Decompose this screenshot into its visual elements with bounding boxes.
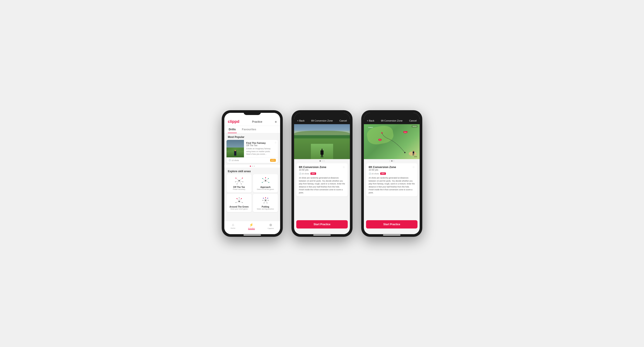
nav-capture[interactable]: ⊕ Capture <box>268 223 274 230</box>
cancel-button[interactable]: Cancel <box>340 119 347 122</box>
phones-container: clippd Practice ≡ Drills Favourites Most… <box>222 110 422 237</box>
home-icon: ⌂ <box>232 223 234 227</box>
dot-2 <box>322 160 323 162</box>
activities-icon: ⚡ <box>249 223 254 227</box>
svg-point-48 <box>264 203 264 203</box>
approach-icon <box>260 176 271 185</box>
most-popular-label: Most Popular <box>224 133 280 140</box>
shots-count: 20 shots <box>302 173 309 175</box>
shots-info: 🕐 20 shots <box>299 173 309 175</box>
skill-putting-title: Putting <box>262 206 269 208</box>
skill-around-green[interactable]: Around The Green Hone your short game <box>226 194 252 212</box>
svg-line-28 <box>239 201 242 203</box>
svg-point-43 <box>265 197 266 198</box>
capture-icon: ⊕ <box>269 223 272 227</box>
golf-course-map: ROUGH FAIRWAY SAND Miss Hit <box>364 124 420 159</box>
svg-line-1 <box>236 178 239 181</box>
favourite-icon[interactable]: ☆ <box>274 141 277 144</box>
nav-home-label: Home <box>231 227 235 229</box>
featured-card-desc: Create an imaginary fairway using trees … <box>246 147 276 156</box>
drill-range-3: 10-50 yds <box>369 169 396 171</box>
shots-label: 🕐 10 shots <box>229 159 239 162</box>
bottom-spacer-3 <box>364 230 420 234</box>
home-indicator-1 <box>244 235 261 235</box>
svg-point-50 <box>404 152 406 153</box>
drill-range: 10-50 yds <box>299 169 326 171</box>
dot-2-p3 <box>391 160 392 162</box>
phone-3-screen: < Back 6ft Conversion Zone Cancel ROUGH … <box>364 113 420 234</box>
svg-line-25 <box>237 199 239 201</box>
drill-info-card-3: 6ft Conversion Zone 10-50 yds ☆ 🕐 20 sho… <box>366 163 418 196</box>
svg-line-17 <box>266 181 269 182</box>
skill-atg-title: Around The Green <box>230 206 249 208</box>
drill-image-photo <box>294 124 350 159</box>
featured-card-title: Find The Fairway <box>246 142 276 144</box>
start-practice-button-3[interactable]: Start Practice <box>366 220 418 228</box>
svg-point-8 <box>242 178 243 179</box>
svg-line-41 <box>264 200 266 203</box>
phone-2-screen: < Back 6ft Conversion Zone Cancel <box>294 113 350 234</box>
shots-info-3: 🕐 20 shots <box>369 173 379 175</box>
tab-drills[interactable]: Drills <box>228 126 237 133</box>
arg-badge-3: ARG <box>380 172 386 175</box>
dot-3 <box>324 160 324 162</box>
svg-point-32 <box>236 202 236 203</box>
skill-ott-desc: Power accuracy <box>233 188 245 190</box>
bottom-navigation: ⌂ Home ⚡ Activities ⊕ Capture <box>224 221 280 234</box>
tab-favourites[interactable]: Favourites <box>241 126 257 133</box>
svg-point-22 <box>268 182 269 183</box>
nav-activities-label: Activities <box>248 227 255 230</box>
drill-title-3: 6ft Conversion Zone <box>369 165 396 169</box>
drill-title-row: 6ft Conversion Zone 10-50 yds ☆ <box>299 165 345 172</box>
shots-count: 10 shots <box>232 159 239 162</box>
drill-title-group: 6ft Conversion Zone 10-50 yds <box>299 165 326 172</box>
svg-line-42 <box>266 200 267 203</box>
tabs-bar: Drills Favourites <box>224 126 280 133</box>
phone-1-notch <box>244 110 261 115</box>
ott-badge: OTT <box>270 159 276 162</box>
start-practice-button[interactable]: Start Practice <box>296 220 348 228</box>
putting-icon <box>260 196 271 205</box>
header-title: Practice <box>252 120 262 123</box>
drill-meta-3: 🕐 20 shots ARG <box>369 172 415 175</box>
svg-point-47 <box>268 200 269 201</box>
svg-point-7 <box>236 178 236 179</box>
svg-point-10 <box>242 181 243 182</box>
dot-1 <box>250 166 251 167</box>
featured-drill-card[interactable]: ☆ Find The Fairway Off The Tee Create an… <box>226 140 278 163</box>
menu-icon[interactable]: ≡ <box>275 120 277 124</box>
svg-point-23 <box>265 177 266 178</box>
phone-1-screen: clippd Practice ≡ Drills Favourites Most… <box>224 113 280 234</box>
drill-title-group-3: 6ft Conversion Zone 10-50 yds <box>369 165 396 172</box>
skill-off-the-tee[interactable]: Off The Tee Power accuracy <box>226 174 252 192</box>
svg-point-30 <box>236 198 238 199</box>
drill-title-row-3: 6ft Conversion Zone 10-50 yds ☆ <box>369 165 415 172</box>
bottom-spacer <box>294 230 350 234</box>
svg-point-31 <box>241 198 242 199</box>
svg-point-49 <box>267 203 268 203</box>
shots-count-3: 20 shots <box>372 173 379 175</box>
svg-line-38 <box>266 198 268 200</box>
svg-line-27 <box>236 201 239 203</box>
drill-header-title: 6ft Conversion Zone <box>311 119 333 122</box>
back-button[interactable]: < Back <box>297 119 304 122</box>
dot-1 <box>320 160 321 162</box>
skill-approach-desc: Dial-in to hit the green <box>257 188 274 190</box>
svg-point-51 <box>381 132 382 134</box>
favourite-icon-2[interactable]: ☆ <box>342 165 345 169</box>
nav-home[interactable]: ⌂ Home <box>231 223 235 230</box>
svg-point-12 <box>241 184 242 184</box>
favourite-icon-3[interactable]: ☆ <box>412 165 415 169</box>
dot-1-p3 <box>389 160 390 162</box>
dot-2 <box>252 166 253 167</box>
arg-badge: ARG <box>310 172 316 175</box>
back-button-3[interactable]: < Back <box>367 119 374 122</box>
off-the-tee-icon <box>234 176 244 185</box>
skill-putting[interactable]: Putting Make and lag practice <box>253 194 278 212</box>
skill-approach[interactable]: Approach Dial-in to hit the green <box>253 174 278 192</box>
clock-icon: 🕐 <box>299 173 301 175</box>
cancel-button-3[interactable]: Cancel <box>409 119 416 122</box>
drill-meta: 🕐 20 shots ARG <box>299 172 345 175</box>
app-logo: clippd <box>228 119 239 124</box>
nav-activities[interactable]: ⚡ Activities <box>248 223 255 230</box>
